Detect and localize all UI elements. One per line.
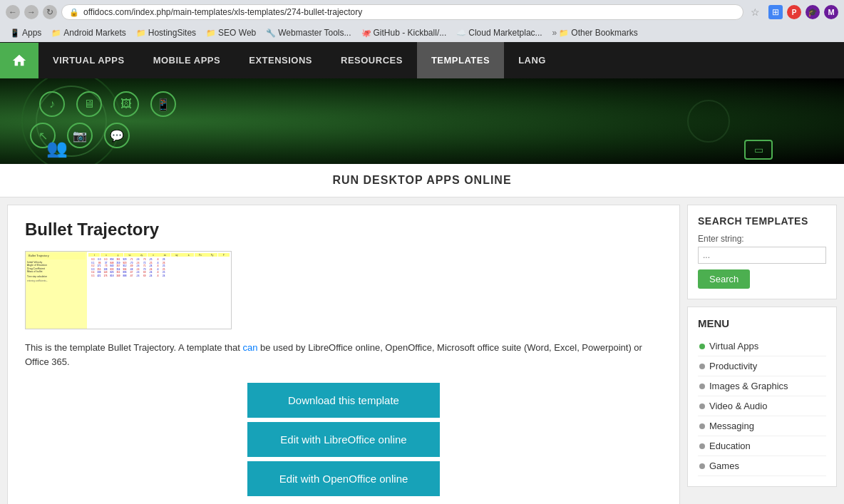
article-title: Bullet Trajectory bbox=[25, 220, 662, 240]
action-buttons: Download this template Edit with LibreOf… bbox=[247, 383, 440, 496]
bookmark-android[interactable]: 📁 Android Markets bbox=[47, 26, 130, 39]
reload-button[interactable]: ↻ bbox=[43, 5, 57, 19]
more-icon: » bbox=[552, 28, 557, 38]
webmaster-bookmark-icon: 🔧 bbox=[266, 29, 276, 38]
cloud-bookmark-icon: ☁️ bbox=[456, 29, 466, 38]
bookmarks-bar: 📱 Apps 📁 Android Markets 📁 HostingSites … bbox=[6, 24, 838, 42]
hero-music-icon: ♪ bbox=[39, 91, 65, 117]
thumb-text-left: Bullet Trajectory Initial VelocityAngle … bbox=[27, 253, 86, 282]
menu-item-education[interactable]: Education bbox=[698, 436, 826, 456]
main-content: Bullet Trajectory Bullet Trajectory Init… bbox=[0, 197, 844, 504]
search-title: SEARCH TEMPLATES bbox=[698, 215, 826, 227]
sidebar-menu: MENU Virtual Apps Productivity Images & … bbox=[687, 307, 837, 487]
edit-open-button[interactable]: Edit with OpenOffice online bbox=[247, 461, 440, 496]
hero-banner: ♪ 🖥 🖼 📱 ↖ 📷 💬 👥 ▭ bbox=[0, 78, 844, 164]
search-label: Enter string: bbox=[698, 234, 826, 244]
bookmark-github[interactable]: 🐙 GitHub - Kickball/... bbox=[357, 26, 451, 39]
bookmark-star-icon[interactable]: ☆ bbox=[751, 6, 760, 18]
menu-bullet-images-graphics bbox=[699, 384, 705, 389]
hero-mobile-icon: 📱 bbox=[150, 91, 176, 117]
home-button[interactable] bbox=[0, 43, 38, 78]
search-input[interactable] bbox=[698, 247, 826, 264]
menu-item-virtual-apps[interactable]: Virtual Apps bbox=[698, 336, 826, 356]
page-subtitle: RUN DESKTOP APPS ONLINE bbox=[0, 164, 844, 197]
bookmark-cloud[interactable]: ☁️ Cloud Marketplac... bbox=[452, 26, 546, 39]
hero-people-icon: 👥 bbox=[46, 138, 68, 158]
edit-libre-button[interactable]: Edit with LibreOffice online bbox=[247, 422, 440, 457]
menu-item-video-audio[interactable]: Video & Audio bbox=[698, 396, 826, 416]
bookmark-webmaster[interactable]: 🔧 Webmaster Tools... bbox=[262, 26, 355, 39]
home-icon bbox=[11, 53, 27, 68]
extension-icons: ⊞ P 🎓 M bbox=[768, 5, 838, 19]
ext-icon-2: P bbox=[787, 5, 801, 19]
sidebar-search-box: SEARCH TEMPLATES Enter string: Search bbox=[687, 205, 837, 299]
menu-title: MENU bbox=[698, 317, 826, 329]
menu-bullet-education bbox=[699, 443, 705, 449]
menu-item-games[interactable]: Games bbox=[698, 456, 826, 476]
back-button[interactable]: ← bbox=[6, 5, 20, 19]
thumbnail-table-preview: Bullet Trajectory Initial VelocityAngle … bbox=[26, 252, 231, 329]
hero-monitor-icon: 🖥 bbox=[76, 91, 102, 117]
browser-chrome: ← → ↻ 🔒 offidocs.com/index.php/main-temp… bbox=[0, 0, 844, 42]
search-button[interactable]: Search bbox=[698, 269, 750, 289]
menu-bullet-games bbox=[699, 463, 705, 469]
menu-item-productivity[interactable]: Productivity bbox=[698, 356, 826, 376]
nav-virtual-apps[interactable]: VIRTUAL APPS bbox=[38, 42, 139, 78]
forward-button[interactable]: → bbox=[24, 5, 38, 19]
menu-bullet-virtual-apps bbox=[699, 344, 705, 349]
thumb-data-grid: t x y vx vy v ax ay a Fx Fy F bbox=[88, 252, 230, 257]
hero-screen-icon: ▭ bbox=[744, 140, 773, 160]
android-bookmark-icon: 📁 bbox=[51, 29, 61, 38]
hosting-bookmark-icon: 📁 bbox=[136, 29, 146, 38]
seo-bookmark-icon: 📁 bbox=[206, 29, 216, 38]
nav-resources[interactable]: RESOURCES bbox=[326, 42, 417, 78]
ext-icon-4: M bbox=[824, 5, 838, 19]
url-text: offidocs.com/index.php/main-templates/xl… bbox=[83, 7, 362, 17]
bookmark-apps[interactable]: 📱 Apps bbox=[6, 26, 46, 39]
bookmark-seo[interactable]: 📁 SEO Web bbox=[202, 26, 260, 39]
template-thumbnail: Bullet Trajectory Initial VelocityAngle … bbox=[25, 251, 232, 329]
ext-icon-3: 🎓 bbox=[806, 5, 820, 19]
menu-bullet-productivity bbox=[699, 364, 705, 369]
bookmark-other[interactable]: » 📁 Other Bookmarks bbox=[548, 26, 642, 39]
site-nav: VIRTUAL APPS MOBILE APPS EXTENSIONS RESO… bbox=[0, 42, 844, 78]
nav-lang[interactable]: LANG bbox=[504, 42, 560, 78]
menu-bullet-video-audio bbox=[699, 403, 705, 409]
lock-icon: 🔒 bbox=[69, 8, 79, 17]
nav-mobile-apps[interactable]: MOBILE APPS bbox=[139, 42, 235, 78]
other-bookmark-icon: 📁 bbox=[559, 29, 569, 38]
apps-bookmark-icon: 📱 bbox=[10, 29, 20, 38]
menu-item-messaging[interactable]: Messaging bbox=[698, 416, 826, 436]
thumb-data-rows: 0.0 0.0 0.0 856 361 929 -71 -16 73 -25 - bbox=[88, 257, 230, 278]
menu-item-images-graphics[interactable]: Images & Graphics bbox=[698, 376, 826, 396]
description-link[interactable]: can bbox=[242, 342, 257, 353]
menu-bullet-messaging bbox=[699, 423, 705, 429]
hero-photo-icon: 🖼 bbox=[113, 91, 139, 117]
sidebar: SEARCH TEMPLATES Enter string: Search ME… bbox=[687, 205, 837, 504]
ext-icon-1: ⊞ bbox=[768, 5, 783, 19]
hero-camera-icon: 📷 bbox=[67, 123, 93, 148]
nav-templates[interactable]: TEMPLATES bbox=[417, 42, 504, 78]
github-bookmark-icon: 🐙 bbox=[361, 29, 371, 38]
content-left: Bullet Trajectory Bullet Trajectory Init… bbox=[7, 205, 680, 504]
article-description: This is the template Bullet Trajectory. … bbox=[25, 341, 662, 369]
hero-chat-icon: 💬 bbox=[104, 123, 130, 148]
address-bar[interactable]: 🔒 offidocs.com/index.php/main-templates/… bbox=[61, 4, 743, 20]
bookmark-hosting[interactable]: 📁 HostingSites bbox=[132, 26, 200, 39]
download-button[interactable]: Download this template bbox=[247, 383, 440, 418]
nav-extensions[interactable]: EXTENSIONS bbox=[235, 42, 326, 78]
nav-links: VIRTUAL APPS MOBILE APPS EXTENSIONS RESO… bbox=[38, 42, 560, 78]
